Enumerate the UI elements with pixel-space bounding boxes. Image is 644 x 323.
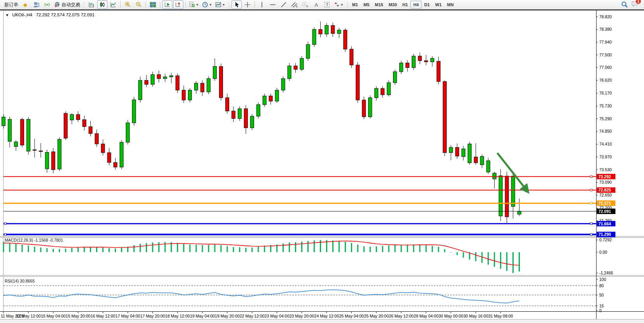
chart-shift-button[interactable] xyxy=(173,0,183,9)
toolbar-grip xyxy=(347,1,348,8)
macd-histogram-bar xyxy=(46,248,47,252)
macd-histogram-bar xyxy=(488,252,489,265)
trendline-icon xyxy=(281,2,287,8)
bull-candle xyxy=(288,66,291,79)
tile-windows-icon xyxy=(150,2,156,8)
templates-icon xyxy=(215,2,221,8)
period-button-H1[interactable]: H1 xyxy=(400,1,411,9)
arrows-button[interactable]: ▼ xyxy=(333,0,345,9)
period-button-M15[interactable]: M15 xyxy=(372,1,386,9)
price-axis-label: 73.530 xyxy=(599,167,612,172)
toolbar-divider xyxy=(0,9,644,11)
time-axis-label: 24 May 12:00 xyxy=(314,314,339,318)
macd-histogram-bar xyxy=(444,249,445,252)
line-handle[interactable] xyxy=(590,202,592,204)
text-button[interactable]: A xyxy=(311,0,321,9)
time-axis-label: 16 May 12:00 xyxy=(91,314,116,318)
bull-candle xyxy=(70,114,74,120)
indicators-button[interactable]: ▼ xyxy=(188,0,200,9)
macd-histogram-bar xyxy=(233,247,234,252)
period-button-M1[interactable]: M1 xyxy=(349,1,361,9)
collapse-triangle-icon[interactable]: ▼ xyxy=(5,13,9,17)
macd-histogram-bar xyxy=(388,246,390,252)
bull-candle xyxy=(213,67,216,79)
signals-button[interactable] xyxy=(42,0,52,9)
book-button[interactable]: ◆ xyxy=(20,0,30,9)
macd-histogram-bar xyxy=(506,252,507,271)
period-button-MN[interactable]: MN xyxy=(444,1,456,9)
zoom-out-button[interactable] xyxy=(133,0,144,9)
equidistant-channel-button[interactable]: E xyxy=(290,0,300,9)
macd-histogram-bar xyxy=(351,243,352,252)
timeframes-button[interactable]: ▼ xyxy=(201,0,213,9)
chat-button[interactable]: 1 xyxy=(631,0,639,9)
macd-histogram-bar xyxy=(28,246,29,252)
tile-windows-button[interactable] xyxy=(148,0,158,9)
macd-histogram-bar xyxy=(21,245,23,252)
candlestick-chart-button[interactable] xyxy=(97,0,107,9)
autotrading-label: 自动交易 xyxy=(61,2,80,8)
vertical-line-button[interactable] xyxy=(257,0,267,9)
crosshair-button[interactable] xyxy=(242,0,253,9)
bull-candle xyxy=(170,76,173,77)
bull-candle xyxy=(462,149,465,157)
search-icon[interactable] xyxy=(621,1,628,8)
bear-candle xyxy=(424,61,428,62)
fibonacci-button[interactable]: F xyxy=(300,0,311,9)
bear-candle xyxy=(225,98,229,111)
macd-histogram-bar xyxy=(307,241,309,252)
bull-candle xyxy=(8,119,11,141)
horizontal-line-button[interactable] xyxy=(268,0,278,9)
bull-candle xyxy=(250,116,254,128)
macd-histogram-bar xyxy=(363,246,365,252)
line-handle[interactable] xyxy=(4,233,6,235)
macd-histogram-bar xyxy=(258,247,259,252)
dropdown-caret-icon: ▼ xyxy=(209,3,212,7)
macd-histogram-bar xyxy=(165,242,166,252)
toolbar-separator xyxy=(146,1,146,8)
macd-histogram-bar xyxy=(395,245,396,252)
price-axis-label: 78.380 xyxy=(599,27,612,32)
toolbar-separator xyxy=(160,1,160,8)
time-axis-label: 26 May 12:00 xyxy=(389,314,414,318)
bar-chart-button[interactable] xyxy=(86,0,97,9)
autotrading-button[interactable]: 自动交易 xyxy=(53,0,81,9)
bear-candle xyxy=(107,153,111,162)
period-button-M5[interactable]: M5 xyxy=(361,1,372,9)
text-label-button[interactable]: T xyxy=(322,0,332,9)
arrows-icon xyxy=(334,2,340,8)
trendline-button[interactable] xyxy=(279,0,289,9)
macd-histogram-bar xyxy=(345,242,346,252)
period-button-D1[interactable]: D1 xyxy=(421,1,432,9)
macd-histogram-bar xyxy=(283,244,284,252)
macd-histogram-bar xyxy=(494,252,495,267)
price-chart-canvas[interactable]: 78.82078.38077.94077.50077.06076.62076.1… xyxy=(0,11,644,319)
autoscroll-button[interactable] xyxy=(162,0,172,9)
macd-histogram-bar xyxy=(407,245,408,252)
bull-candle xyxy=(369,98,372,117)
price-axis-label: 74.850 xyxy=(599,129,612,133)
bull-candle xyxy=(449,147,453,153)
line-handle[interactable] xyxy=(590,223,592,225)
line-handle[interactable] xyxy=(4,223,6,225)
bull-candle xyxy=(207,79,211,92)
macd-histogram-bar xyxy=(53,249,54,252)
strategy-tester-button[interactable] xyxy=(31,0,41,9)
line-handle[interactable] xyxy=(590,189,592,191)
macd-histogram-bar xyxy=(456,252,458,255)
templates-button[interactable]: ▼ xyxy=(214,0,226,9)
period-button-M30[interactable]: M30 xyxy=(386,1,400,9)
period-button-H4[interactable]: H4 xyxy=(411,1,421,9)
period-button-W1[interactable]: W1 xyxy=(432,1,444,9)
new-order-button[interactable]: 新订单 xyxy=(2,0,19,9)
line-chart-button[interactable] xyxy=(108,0,118,9)
macd-histogram-bar xyxy=(251,248,253,252)
line-handle[interactable] xyxy=(590,233,592,235)
bull-candle xyxy=(499,176,502,216)
zoom-in-button[interactable] xyxy=(123,0,133,9)
cursor-button[interactable] xyxy=(232,0,242,9)
toolbar-separator xyxy=(254,1,255,8)
channel-icon: E xyxy=(291,2,298,8)
line-handle[interactable] xyxy=(590,176,592,177)
macd-histogram-bar xyxy=(450,252,451,253)
